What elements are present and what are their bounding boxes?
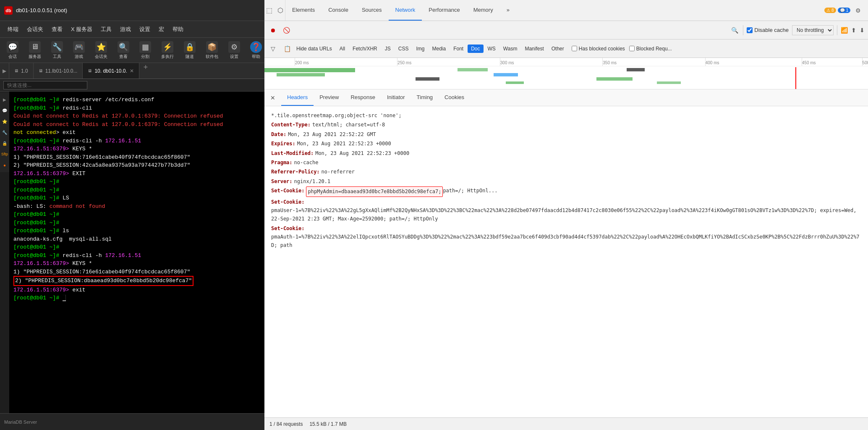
filter-doc[interactable]: Doc — [468, 45, 483, 53]
tab-console[interactable]: Console — [322, 0, 355, 21]
toolbar-multiexec[interactable]: ⚡ 多执行 — [158, 39, 177, 61]
toolbar-tunnel[interactable]: 🔒 隧道 — [180, 39, 199, 61]
tab-sources[interactable]: Sources — [355, 0, 389, 21]
sidebar-sftp[interactable]: Sftp — [1, 150, 8, 158]
filter-media[interactable]: Media — [429, 45, 449, 53]
sidebar-chat[interactable]: 💬 — [1, 107, 8, 114]
menu-tools[interactable]: 工具 — [97, 24, 116, 35]
filter-icon[interactable]: ▽ — [268, 44, 278, 54]
tab-close-btn[interactable]: ✕ — [130, 68, 134, 74]
detail-tab-response[interactable]: Response — [345, 89, 381, 106]
menu-games[interactable]: 游戏 — [116, 24, 135, 35]
tab-3-active[interactable]: 🖥 10. db01-10.0. ✕ — [83, 63, 139, 79]
set-cookie-1-value: phpMyAdmin=dbaaead93d0bc7e8bbd5b20dc98ef… — [306, 186, 443, 197]
menu-macro[interactable]: 宏 — [154, 24, 168, 35]
filter-manifest[interactable]: Manifest — [521, 45, 547, 53]
devtools-statusbar: 1 / 84 requests 15.5 kB / 1.7 MB — [264, 417, 868, 430]
blocked-requests-label[interactable]: Blocked Requ... — [629, 46, 672, 52]
settings-icon[interactable]: ⚙ — [852, 5, 864, 16]
disable-cache-label[interactable]: Disable cache — [747, 27, 789, 33]
tab-collapse-btn[interactable]: ▶ — [0, 63, 9, 79]
devtools-main-content: ✕ Headers Preview Response Initiator Tim… — [264, 89, 868, 417]
term-line-boxed: 2) "PHPREDIS_SESSION:dbaaead93d0bc7e8bbd… — [13, 276, 193, 286]
menu-settings[interactable]: 设置 — [135, 24, 154, 35]
header-set-cookie-3: Set-Cookie: pmaAuth-1=%7B%22iv%22%3A%22e… — [271, 224, 861, 250]
timeline-bar-9 — [657, 81, 681, 84]
tab-performance[interactable]: Performance — [422, 0, 466, 21]
inspect-icon[interactable]: ⬡ — [276, 5, 285, 16]
toolbar-favorites[interactable]: ⭐ 会话夹 — [92, 39, 111, 61]
filter-wasm[interactable]: Wasm — [500, 45, 521, 53]
blocked-cookies-label[interactable]: Has blocked cookies — [572, 46, 625, 52]
log-icon[interactable]: 📋 — [282, 44, 292, 54]
tab-1[interactable]: 🖥 1.0 — [9, 63, 34, 79]
tab-memory[interactable]: Memory — [467, 0, 500, 21]
toolbar-games[interactable]: 🎮 游戏 — [70, 39, 88, 61]
filter-fetch[interactable]: Fetch/XHR — [349, 45, 381, 53]
filter-js[interactable]: JS — [382, 45, 394, 53]
toolbar-session[interactable]: 💬 会话 — [3, 39, 22, 61]
toolbar-help[interactable]: ❓ 帮助 — [247, 39, 265, 61]
toolbar-split[interactable]: ▦ 分割 — [136, 39, 154, 61]
new-tab-button[interactable]: + — [139, 63, 152, 79]
tab-network[interactable]: Network — [389, 0, 422, 21]
menu-sessions[interactable]: 会话夹 — [23, 24, 47, 35]
sidebar-star[interactable]: ⭐ — [1, 118, 8, 125]
detail-tab-preview[interactable]: Preview — [314, 89, 345, 106]
tab-2[interactable]: 🖥 11.lb01-10.0... — [34, 63, 83, 79]
filter-css[interactable]: CSS — [395, 45, 412, 53]
filter-img[interactable]: Img — [413, 45, 428, 53]
menu-help[interactable]: 帮助 — [168, 24, 188, 35]
details-close-button[interactable]: ✕ — [264, 89, 281, 106]
sidebar-tools-side[interactable]: 🔧 — [1, 128, 8, 136]
menu-view[interactable]: 查看 — [47, 24, 67, 35]
record-icon[interactable]: ⏺ — [268, 25, 278, 35]
warnings-badge[interactable]: ⚠ 8 — [824, 8, 836, 13]
header-date: Date: Mon, 23 Aug 2021 22:52:22 GMT — [271, 130, 861, 139]
messages-badge[interactable]: 💬 1 — [838, 8, 850, 13]
filter-other[interactable]: Other — [548, 45, 567, 53]
toolbar-tools[interactable]: 🔧 工具 — [48, 39, 66, 61]
download-icon[interactable]: ⬇ — [860, 27, 865, 34]
headers-content[interactable]: *.tile.openstreetmap.org;object-src 'non… — [264, 106, 868, 417]
detail-tab-initiator[interactable]: Initiator — [381, 89, 411, 106]
sidebar-expand[interactable]: ▶ — [1, 96, 8, 103]
sidebar-security[interactable]: 🔒 — [1, 139, 8, 147]
toolbar-server[interactable]: 🖥 服务器 — [25, 39, 44, 61]
upload-icon[interactable]: ⬆ — [851, 27, 856, 34]
blocked-requests-checkbox[interactable] — [629, 46, 635, 51]
header-content-type: Content-Type: text/html; charset=utf-8 — [271, 121, 861, 129]
menu-xserver[interactable]: X 服务器 — [67, 24, 97, 35]
detail-tab-timing[interactable]: Timing — [411, 89, 439, 106]
tab-more[interactable]: » — [500, 0, 516, 21]
detail-tab-headers[interactable]: Headers — [281, 89, 314, 106]
date-value: Mon, 23 Aug 2021 22:52:22 GMT — [288, 130, 376, 139]
menu-terminal[interactable]: 终端 — [3, 24, 23, 35]
pointer-icon[interactable]: ⬚ — [264, 5, 274, 16]
header-set-cookie-1: Set-Cookie: phpMyAdmin=dbaaead93d0bc7e8b… — [271, 186, 861, 197]
sidebar-circle[interactable]: ● — [1, 161, 8, 169]
disable-cache-checkbox[interactable] — [747, 27, 753, 33]
timeline-ruler: 200 ms 250 ms 300 ms 350 ms 400 ms 450 m… — [264, 58, 868, 66]
tab-elements[interactable]: Elements — [285, 0, 322, 21]
throttling-select[interactable]: No throttling — [792, 25, 834, 35]
filter-ws[interactable]: WS — [484, 45, 499, 53]
content-type-name: Content-Type: — [271, 121, 311, 129]
filter-all[interactable]: All — [336, 45, 348, 53]
header-server: Server: nginx/1.20.1 — [271, 177, 861, 186]
pragma-value: no-cache — [294, 158, 319, 167]
clear-icon[interactable]: 🚫 — [281, 25, 291, 35]
toolbar-view[interactable]: 🔍 查看 — [114, 39, 133, 61]
search-icon[interactable]: 🔍 — [729, 25, 740, 35]
blocked-cookies-checkbox[interactable] — [572, 46, 577, 51]
expires-name: Expires: — [271, 139, 295, 148]
detail-tab-cookies[interactable]: Cookies — [439, 89, 470, 106]
header-set-cookie-2: Set-Cookie: pmaUser-1=%7B%22iv%22%3A%22g… — [271, 198, 861, 223]
filter-font[interactable]: Font — [450, 45, 467, 53]
set-cookie-2-value: pmaUser-1=%7B%22iv%22%3A%22gL5gXxAQlimMf… — [271, 206, 861, 223]
toolbar-settings[interactable]: ⚙ 设置 — [225, 39, 243, 61]
mark-500ms: 500 — [862, 58, 868, 66]
toolbar-packages[interactable]: 📦 软件包 — [202, 39, 222, 61]
quick-connect-input[interactable] — [3, 81, 87, 89]
wifi-icon[interactable]: 📶 — [841, 27, 848, 34]
